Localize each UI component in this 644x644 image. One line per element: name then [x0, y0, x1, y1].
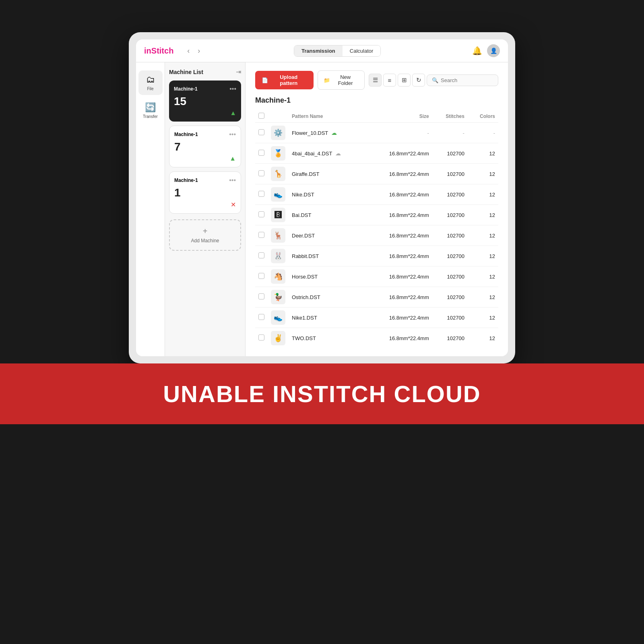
folder-icon: 📁	[324, 77, 330, 83]
pattern-name-4[interactable]: Bai.DST	[292, 212, 311, 218]
upload-pattern-button[interactable]: 📄 Upload pattern	[255, 71, 314, 89]
table-row: 🐰 Rabbit.DST 16.8mm*22.4mm 102700 12	[255, 246, 498, 266]
logo-plain: in	[144, 46, 151, 55]
file-icon: 🗂	[146, 74, 155, 85]
panel-header: Machine List ⇥	[169, 68, 241, 76]
machine-card-2: Machine-1 ••• 7 ▲	[169, 126, 241, 167]
view-list-button[interactable]: ≡	[383, 74, 396, 87]
machine-card-3: Machine-1 ••• 1 ✕	[169, 171, 241, 214]
nav-forward-button[interactable]: ›	[195, 46, 202, 56]
row-checkbox-0[interactable]	[258, 129, 264, 135]
pattern-name-7[interactable]: Horse.DST	[292, 274, 318, 280]
pattern-size-10: 16.8mm*22.4mm	[367, 328, 432, 349]
view-grid-button[interactable]: ⊞	[398, 74, 411, 87]
logo-accent: S	[151, 46, 157, 55]
machine-1-options[interactable]: •••	[229, 85, 236, 93]
col-header-colors: Colors	[468, 110, 498, 123]
pattern-stitches-3: 102700	[432, 184, 468, 205]
table-row: 🐴 Horse.DST 16.8mm*22.4mm 102700 12	[255, 266, 498, 287]
search-icon: 🔍	[432, 77, 438, 83]
sidebar-item-transfer[interactable]: 🔄 Transfer	[138, 98, 163, 123]
pattern-name-cell-4: Bai.DST	[292, 212, 364, 218]
banner-text: UNABLE INSTITCH CLOUD	[163, 381, 481, 407]
pattern-thumb-4: 🅱	[271, 208, 285, 222]
row-checkbox-6[interactable]	[258, 252, 264, 258]
row-checkbox-9[interactable]	[258, 314, 264, 320]
pattern-size-9: 16.8mm*22.4mm	[367, 308, 432, 328]
machine-list-title: Machine List	[169, 69, 203, 75]
pattern-name-cell-10: TWO.DST	[292, 335, 364, 341]
nav-back-button[interactable]: ‹	[185, 46, 192, 56]
pattern-name-0[interactable]: Flower_10.DST	[292, 130, 328, 136]
pattern-name-9[interactable]: Nike1.DST	[292, 315, 317, 321]
pattern-size-3: 16.8mm*22.4mm	[367, 184, 432, 205]
search-input[interactable]	[441, 77, 493, 83]
pattern-name-8[interactable]: Ostrich.DST	[292, 294, 320, 300]
pattern-thumb-9: 👟	[271, 310, 285, 325]
machine-3-name: Machine-1	[174, 178, 198, 183]
pattern-stitches-8: 102700	[432, 287, 468, 308]
machine-1-name: Machine-1	[174, 86, 198, 92]
tab-calculator[interactable]: Calculator	[343, 45, 381, 56]
pattern-stitches-4: 102700	[432, 205, 468, 225]
tab-group: Transmission Calculator	[294, 45, 381, 57]
row-checkbox-1[interactable]	[258, 150, 264, 156]
row-checkbox-4[interactable]	[258, 211, 264, 217]
pattern-colors-3: 12	[468, 184, 498, 205]
machine-3-options[interactable]: •••	[229, 177, 236, 184]
pattern-size-2: 16.8mm*22.4mm	[367, 164, 432, 184]
pattern-name-6[interactable]: Rabbit.DST	[292, 253, 319, 259]
pattern-stitches-0: -	[432, 123, 468, 143]
row-checkbox-5[interactable]	[258, 232, 264, 238]
pattern-size-6: 16.8mm*22.4mm	[367, 246, 432, 266]
app-logo: inStitch	[144, 46, 173, 56]
collapse-button[interactable]: ⇥	[236, 68, 241, 76]
pattern-name-10[interactable]: TWO.DST	[292, 335, 316, 341]
pattern-name-3[interactable]: Nike.DST	[292, 192, 314, 198]
main-area: 🗂 File 🔄 Transfer Machine List ⇥ Machin	[136, 62, 508, 356]
machine-2-name: Machine-1	[174, 132, 198, 137]
sidebar-transfer-label: Transfer	[143, 114, 158, 119]
tab-transmission[interactable]: Transmission	[294, 45, 343, 56]
col-header-stitches: Stitches	[432, 110, 468, 123]
transfer-icon: 🔄	[145, 102, 156, 113]
table-row: ⚙️ Flower_10.DST ☁ - - -	[255, 123, 498, 143]
row-checkbox-8[interactable]	[258, 293, 264, 299]
table-row: 🏅 4bai_4bai_4.DST ☁ 16.8mm*22.4mm 102700…	[255, 143, 498, 164]
machine-3-wifi-icon: ✕	[231, 201, 236, 208]
pattern-thumb-3: 👟	[271, 187, 285, 202]
pattern-colors-10: 12	[468, 328, 498, 349]
row-checkbox-7[interactable]	[258, 273, 264, 279]
search-box: 🔍	[427, 74, 498, 86]
new-folder-button[interactable]: 📁 New Folder	[318, 70, 365, 90]
pattern-name-5[interactable]: Deer.DST	[292, 233, 315, 239]
notification-bell-icon[interactable]: 🔔	[472, 46, 482, 56]
file-table: Pattern Name Size Stitches Colors ⚙️ Flo…	[255, 110, 498, 348]
cloud-upload-icon: ☁	[331, 130, 337, 136]
pattern-name-2[interactable]: Giraffe.DST	[292, 171, 319, 177]
machine-2-options[interactable]: •••	[229, 131, 236, 138]
row-checkbox-10[interactable]	[258, 334, 264, 341]
pattern-name-cell-5: Deer.DST	[292, 233, 364, 239]
pattern-size-5: 16.8mm*22.4mm	[367, 225, 432, 246]
pattern-size-4: 16.8mm*22.4mm	[367, 205, 432, 225]
pattern-colors-5: 12	[468, 225, 498, 246]
add-machine-button[interactable]: + Add Machine	[169, 219, 241, 251]
sidebar-left: 🗂 File 🔄 Transfer	[136, 62, 165, 356]
pattern-colors-2: 12	[468, 164, 498, 184]
select-all-checkbox[interactable]	[258, 113, 264, 119]
row-checkbox-3[interactable]	[258, 191, 264, 197]
cloud-icon: ☁	[335, 150, 341, 157]
view-list-detailed-button[interactable]: ☰	[369, 74, 382, 87]
user-avatar[interactable]: 👤	[487, 44, 500, 57]
row-checkbox-2[interactable]	[258, 170, 264, 176]
file-area-title: Machine-1	[255, 96, 498, 105]
col-header-size: Size	[367, 110, 432, 123]
bottom-banner: UNABLE INSTITCH CLOUD	[0, 363, 644, 424]
pattern-stitches-1: 102700	[432, 143, 468, 164]
table-row: 👟 Nike.DST 16.8mm*22.4mm 102700 12	[255, 184, 498, 205]
sidebar-item-file[interactable]: 🗂 File	[138, 70, 163, 95]
refresh-button[interactable]: ↻	[412, 74, 425, 87]
pattern-stitches-10: 102700	[432, 328, 468, 349]
pattern-name-1[interactable]: 4bai_4bai_4.DST	[292, 151, 332, 157]
